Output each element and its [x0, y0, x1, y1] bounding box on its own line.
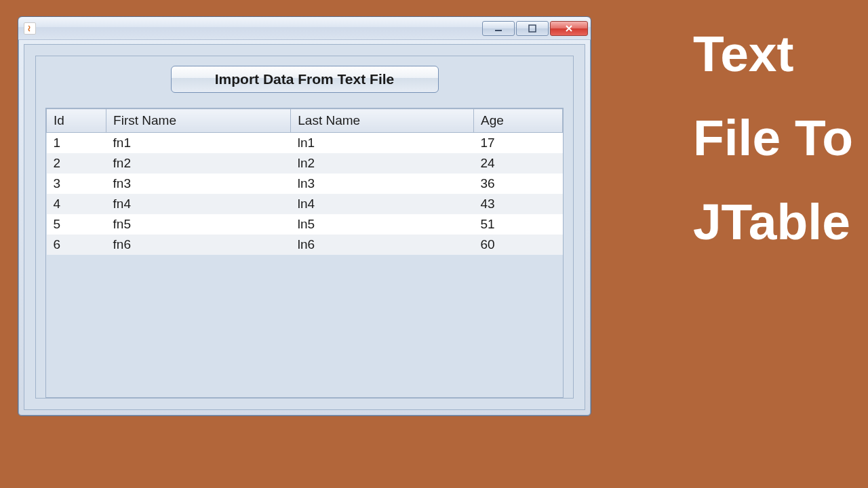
table-cell: 3: [47, 174, 106, 194]
table-body: 1fn1ln1172fn2ln2243fn3ln3364fn4ln4435fn5…: [47, 133, 563, 256]
table-cell: 4: [47, 194, 106, 214]
table-cell: fn1: [106, 133, 291, 154]
table-cell: fn5: [106, 214, 291, 235]
table-cell: 5: [47, 214, 106, 235]
inner-panel: Import Data From Text File IdFirst NameL…: [35, 56, 574, 399]
svg-rect-1: [529, 25, 536, 32]
table-container: IdFirst NameLast NameAge 1fn1ln1172fn2ln…: [45, 108, 564, 398]
window-controls: [482, 21, 588, 36]
svg-rect-0: [495, 30, 502, 31]
table-header: IdFirst NameLast NameAge: [47, 109, 563, 133]
table-cell: ln1: [291, 133, 474, 154]
table-cell: ln2: [291, 153, 474, 174]
slide-title-line2: File To: [693, 96, 853, 180]
titlebar: [18, 17, 591, 40]
table-cell: 43: [474, 194, 563, 214]
column-header[interactable]: Age: [474, 109, 563, 133]
table-row[interactable]: 2fn2ln224: [47, 153, 563, 174]
app-window: Import Data From Text File IdFirst NameL…: [18, 16, 591, 416]
table-cell: 51: [474, 214, 563, 235]
table-cell: fn6: [106, 235, 291, 255]
table-cell: ln6: [291, 235, 474, 255]
table-cell: 2: [47, 153, 106, 174]
column-header[interactable]: Id: [47, 109, 106, 133]
table-row[interactable]: 6fn6ln660: [47, 235, 563, 255]
table-cell: fn2: [106, 153, 291, 174]
table-cell: 36: [474, 174, 563, 194]
table-cell: 17: [474, 133, 563, 154]
table-row[interactable]: 1fn1ln117: [47, 133, 563, 154]
slide-title: Text File To JTable: [693, 12, 853, 264]
client-area: Import Data From Text File IdFirst NameL…: [24, 44, 585, 410]
table-cell: 60: [474, 235, 563, 255]
close-button[interactable]: [550, 21, 588, 36]
table-cell: ln5: [291, 214, 474, 235]
data-table: IdFirst NameLast NameAge 1fn1ln1172fn2ln…: [46, 108, 563, 255]
table-row[interactable]: 5fn5ln551: [47, 214, 563, 235]
minimize-button[interactable]: [482, 21, 515, 36]
java-icon: [24, 22, 36, 35]
column-header[interactable]: Last Name: [291, 109, 474, 133]
table-cell: ln3: [291, 174, 474, 194]
table-row[interactable]: 3fn3ln336: [47, 174, 563, 194]
table-cell: 6: [47, 235, 106, 255]
table-cell: 24: [474, 153, 563, 174]
slide-title-line3: JTable: [693, 180, 853, 264]
table-row[interactable]: 4fn4ln443: [47, 194, 563, 214]
table-cell: fn3: [106, 174, 291, 194]
table-cell: ln4: [291, 194, 474, 214]
maximize-button[interactable]: [516, 21, 549, 36]
column-header[interactable]: First Name: [106, 109, 291, 133]
import-button[interactable]: Import Data From Text File: [171, 66, 439, 93]
table-cell: 1: [47, 133, 106, 154]
table-cell: fn4: [106, 194, 291, 214]
slide-title-line1: Text: [693, 12, 853, 96]
